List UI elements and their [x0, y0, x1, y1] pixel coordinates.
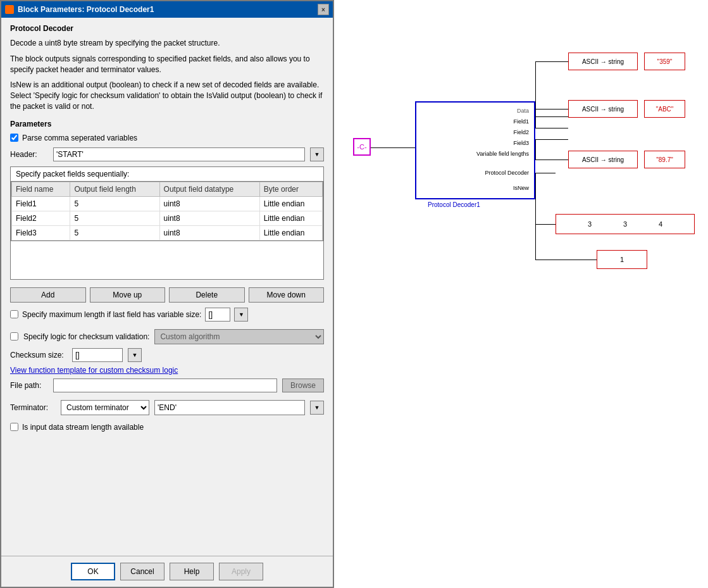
- filepath-input[interactable]: [53, 378, 277, 392]
- header-row: Header: ▼: [10, 147, 324, 161]
- ascii-block-1[interactable]: ASCII → string: [568, 53, 638, 70]
- decoder-label: Protocol Decoder1: [428, 201, 480, 208]
- max-length-row: Specify maximum length if last field has…: [10, 308, 324, 322]
- help-button[interactable]: Help: [170, 563, 214, 580]
- is-input-checkbox[interactable]: [10, 423, 18, 431]
- header-input[interactable]: [53, 147, 305, 161]
- action-buttons-row: Add Move up Delete Move down: [10, 287, 324, 303]
- isnew-block[interactable]: 1: [597, 250, 647, 269]
- parse-csv-row: Parse comma seperated variables: [10, 134, 324, 142]
- cell-field1-length: 5: [70, 196, 159, 211]
- view-link-row: View function template for custom checks…: [10, 366, 324, 375]
- line-var: [535, 173, 556, 173]
- section-title: Protocol Decoder: [10, 24, 324, 33]
- title-bar-text: Block Parameters: Protocol Decoder1: [18, 5, 314, 14]
- algorithm-select[interactable]: Custom algorithm: [154, 329, 324, 344]
- cell-field3-length: 5: [70, 225, 159, 240]
- col-byte-order: Byte order: [259, 182, 322, 196]
- terminator-type-select[interactable]: Custom terminator CR LF CR/LF None: [61, 400, 149, 415]
- canvas-area: -C- Data Field1 Field2 Field3 Variable f…: [334, 0, 708, 588]
- output-val-2: "ABC": [656, 106, 674, 113]
- line-var-h2: [535, 224, 556, 225]
- cell-field3-name: Field3: [12, 225, 70, 240]
- view-link[interactable]: View function template for custom checks…: [10, 366, 178, 375]
- checksum-checkbox[interactable]: [10, 332, 18, 341]
- ok-button[interactable]: OK: [71, 563, 115, 580]
- cell-field2-length: 5: [70, 211, 159, 225]
- protocol-decoder-block[interactable]: Data Field1 Field2 Field3 Variable field…: [415, 101, 535, 199]
- data-label: Data: [517, 108, 529, 114]
- close-button[interactable]: ×: [318, 4, 329, 15]
- filepath-label: File path:: [10, 381, 48, 390]
- checksum-size-input[interactable]: [72, 348, 123, 362]
- line-field3: [535, 139, 568, 140]
- line-field1: [535, 116, 568, 117]
- dialog-buttons: OK Cancel Help Apply: [1, 556, 333, 587]
- table-row[interactable]: Field1 5 uint8 Little endian: [12, 196, 323, 211]
- connector-c-block[interactable]: -C-: [353, 138, 371, 156]
- is-input-row: Is input data stream length available: [10, 423, 324, 432]
- checksum-algo-row: Specify logic for checksum validation: C…: [10, 329, 324, 344]
- line-isnew-v: [535, 173, 536, 260]
- line-field3-h2: [535, 160, 568, 160]
- cell-field2-order: Little endian: [259, 211, 322, 225]
- checksum-section: Specify logic for checksum validation: C…: [10, 329, 324, 392]
- add-button[interactable]: Add: [10, 287, 86, 303]
- terminator-section: Terminator: Custom terminator CR LF CR/L…: [10, 400, 324, 415]
- arrow-c-to-decoder: [371, 147, 415, 148]
- max-length-label: Specify maximum length if last field has…: [22, 310, 201, 319]
- max-length-input[interactable]: [205, 308, 230, 322]
- max-length-options-button[interactable]: ▼: [234, 308, 248, 322]
- cell-field2-name: Field2: [12, 211, 70, 225]
- col-field-name: Field name: [12, 182, 70, 196]
- checksum-label: Specify logic for checksum validation:: [23, 332, 149, 341]
- apply-button[interactable]: Apply: [219, 563, 263, 580]
- col-output-length: Output field length: [70, 182, 159, 196]
- table-row[interactable]: Field3 5 uint8 Little endian: [12, 225, 323, 240]
- ascii-block-3[interactable]: ASCII → string: [568, 151, 638, 168]
- table-section-title: Specify packet fields sequentially:: [11, 167, 323, 181]
- line-field2-h2: [535, 109, 568, 109]
- field1-port-label: Field1: [513, 118, 529, 125]
- description1: Decode a uint8 byte stream by specifying…: [10, 38, 324, 49]
- parse-csv-label: Parse comma seperated variables: [22, 134, 137, 142]
- ascii-block-2[interactable]: ASCII → string: [568, 100, 638, 118]
- fields-table: Field name Output field length Output fi…: [11, 182, 323, 241]
- ascii-label-2: ASCII → string: [582, 106, 624, 113]
- col-output-datatype: Output field datatype: [159, 182, 259, 196]
- checksum-size-row: Checksum size: ▼: [10, 348, 324, 362]
- checksum-size-options-button[interactable]: ▼: [128, 348, 142, 362]
- ascii-label-3: ASCII → string: [582, 156, 624, 163]
- title-bar: Block Parameters: Protocol Decoder1 ×: [1, 1, 333, 18]
- header-label: Header:: [10, 150, 48, 159]
- max-length-checkbox[interactable]: [10, 310, 18, 318]
- line-field2-v: [535, 109, 536, 128]
- delete-button[interactable]: Delete: [169, 287, 245, 303]
- fields-table-wrapper: Field name Output field length Output fi…: [11, 181, 323, 241]
- line-field3-v: [535, 139, 536, 160]
- output-box-1[interactable]: "359": [644, 53, 685, 70]
- params-label: Parameters: [10, 120, 324, 128]
- dialog-panel: Block Parameters: Protocol Decoder1 × Pr…: [0, 0, 334, 588]
- move-down-button[interactable]: Move down: [249, 287, 325, 303]
- output-val-3: "89.7": [656, 156, 673, 163]
- vf-val2: 3: [623, 220, 627, 228]
- output-box-2[interactable]: "ABC": [644, 100, 685, 118]
- browse-button[interactable]: Browse: [282, 378, 324, 392]
- table-row[interactable]: Field2 5 uint8 Little endian: [12, 211, 323, 225]
- cell-field1-datatype: uint8: [159, 196, 259, 211]
- cell-field3-order: Little endian: [259, 225, 322, 240]
- var-fields-block[interactable]: 3 3 4: [556, 214, 695, 234]
- ascii-label-1: ASCII → string: [582, 58, 624, 65]
- cancel-button[interactable]: Cancel: [120, 563, 165, 580]
- title-bar-icon: [5, 5, 14, 14]
- is-input-label: Is input data stream length available: [22, 423, 144, 432]
- terminator-options-button[interactable]: ▼: [310, 401, 324, 415]
- terminator-value-input[interactable]: [154, 400, 305, 415]
- header-options-button[interactable]: ▼: [310, 147, 324, 161]
- parse-csv-checkbox[interactable]: [10, 134, 18, 142]
- output-box-3[interactable]: "89.7": [644, 151, 685, 168]
- field3-port-label: Field3: [513, 140, 529, 146]
- move-up-button[interactable]: Move up: [90, 287, 166, 303]
- cell-field1-name: Field1: [12, 196, 70, 211]
